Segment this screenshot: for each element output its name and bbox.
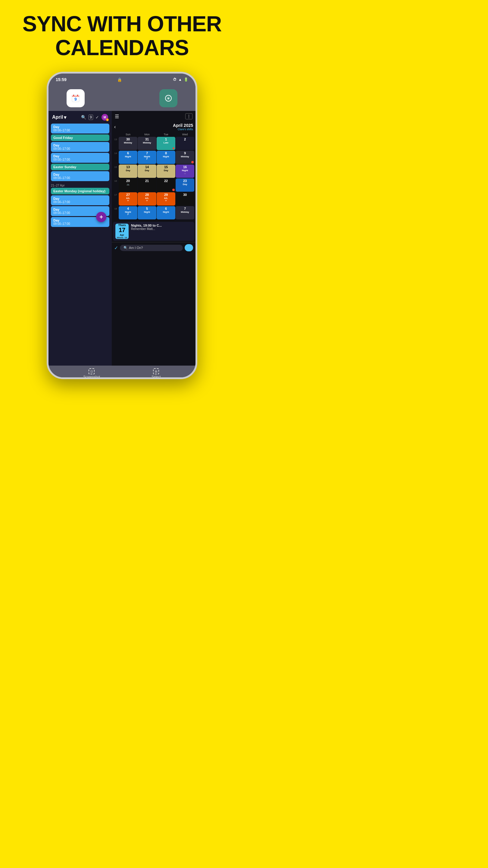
day-16[interactable]: 16 Night ... — [175, 164, 194, 178]
calendar-num-icon[interactable]: 9 — [89, 115, 93, 120]
events-list: Day 09:00–17:00 Good Friday Day 09:00–17… — [48, 122, 112, 366]
cal-grid: Sun Mon Tue Wed 13 30 Midday 31 — [112, 132, 195, 221]
prev-month-button[interactable]: ‹ — [114, 124, 116, 130]
today-section: Thurs 17 Apr Week: 16 Nights, 19:00 to C… — [113, 222, 194, 241]
day-7-may[interactable]: 7 Midday — [175, 206, 194, 219]
svg-text:9: 9 — [74, 97, 77, 101]
day-9[interactable]: 9 Midday — [175, 151, 194, 164]
shift-app-icon[interactable]: ✦ — [159, 89, 177, 107]
menu-icon[interactable]: ☰ — [115, 114, 119, 119]
search-bar[interactable]: 🔍 Am I On? — [120, 245, 183, 251]
event-day-5[interactable]: Day 09:00–17:00 — [51, 195, 109, 205]
day-1[interactable]: 1 Late — [157, 137, 175, 150]
cal-month-title: April 2025 — [173, 123, 193, 128]
phone: 15:59 🔒 ⏱ ▲ 🔋 9 — [47, 72, 197, 379]
check-icon[interactable]: ✓ — [114, 245, 118, 251]
day-6[interactable]: 6 Night — [119, 151, 137, 164]
week-row-18: 18 4 Night P 5 Night 6 Night — [113, 206, 194, 219]
status-bar: 15:59 🔒 ⏱ ▲ 🔋 — [48, 73, 195, 86]
right-panel: ☰ ⋮ ‹ April 2025 Clare's shifts — [112, 111, 195, 366]
check-task-icon[interactable]: ✓ — [96, 115, 99, 120]
battery-icon: 🔋 — [184, 78, 188, 82]
headline: SYNC WITH OTHER CALENDARS — [0, 0, 244, 66]
day-20[interactable]: 20 🚲 — [119, 179, 137, 192]
date-divider: 21–27 Apr — [51, 182, 109, 188]
search-icon[interactable]: 🔍 — [81, 115, 86, 120]
headline-line2: CALENDARS — [9, 36, 235, 60]
dow-header: Sun Mon Tue Wed — [113, 133, 194, 136]
cal-subtitle: Clare's shifts — [173, 128, 193, 131]
split-screen: April ▾ 🔍 9 ✓ M Day 09:00–17:00 — [48, 111, 195, 366]
event-easter-monday[interactable]: Easter Monday (regional holiday) — [51, 188, 109, 194]
day-2[interactable]: 2 — [175, 137, 194, 150]
week-row-14: 14 6 Night 7 Night P 8 Night — [113, 151, 194, 164]
day-8[interactable]: 8 Night — [157, 151, 175, 164]
day-13[interactable]: 13 Day — [119, 164, 137, 178]
phone-wrapper: 15:59 🔒 ⏱ ▲ 🔋 9 — [0, 72, 244, 379]
day-15[interactable]: 15 Day — [157, 164, 175, 178]
svg-rect-5 — [77, 95, 78, 96]
week-row-16: 16 20 🚲 21 22 23 — [113, 179, 194, 192]
day-31[interactable]: 31 Midday — [138, 137, 156, 150]
select-button[interactable]: ⊞ Select — [152, 368, 161, 378]
day-27[interactable]: 27 A/L ✈ — [119, 192, 137, 206]
left-header: April ▾ 🔍 9 ✓ M — [48, 111, 112, 122]
day-28[interactable]: 28 A/L ✈ — [138, 192, 156, 206]
today-info: Nights, 19:00 to C... Remember Matt... — [131, 224, 162, 230]
event-day-2[interactable]: Day 09:00–17:00 — [51, 142, 109, 152]
blue-action-button[interactable] — [185, 244, 193, 251]
headline-line1: SYNC WITH OTHER — [9, 12, 235, 36]
left-header-icons: 🔍 9 ✓ M — [81, 114, 108, 121]
event-easter-sunday[interactable]: Easter Sunday — [51, 164, 109, 170]
wifi-icon: ▲ — [178, 78, 182, 82]
status-icons: ⏱ ▲ 🔋 — [173, 78, 188, 82]
day-21[interactable]: 21 — [138, 179, 156, 192]
event-day-3[interactable]: Day 09:00–17:00 — [51, 153, 109, 163]
day-4-may[interactable]: 4 Night P — [119, 206, 137, 219]
cal-title-section: April 2025 Clare's shifts — [173, 123, 193, 131]
right-header: ☰ ⋮ — [112, 111, 195, 122]
screenshot-button[interactable]: ⊡ Screenshot — [83, 368, 100, 378]
day-5-may[interactable]: 5 Night — [138, 206, 156, 219]
calendar-nav: ‹ April 2025 Clare's shifts — [112, 122, 195, 132]
day-14[interactable]: 14 Day — [138, 164, 156, 178]
status-time: 15:59 — [56, 77, 67, 82]
week-row-17: 17 27 A/L ✈ 28 A/L ✈ 29 — [113, 192, 194, 206]
phone-chrome-bottom: ⊡ Screenshot ⊞ Select — [48, 366, 195, 379]
search-icon-small: 🔍 — [124, 246, 128, 250]
day-23[interactable]: 23 Day — [175, 179, 194, 192]
svg-rect-4 — [73, 95, 74, 96]
app-icons-row: 9 ✦ — [48, 86, 195, 111]
week-row-15: 15 13 Day 14 Day 15 Day — [113, 164, 194, 178]
day-22[interactable]: 22 — [157, 179, 175, 192]
google-calendar-icon[interactable]: 9 — [67, 89, 85, 107]
day-30b[interactable]: 30 — [175, 192, 194, 206]
today-date-box: Thurs 17 Apr Week: 16 — [116, 224, 129, 239]
bottom-bar: ✓ 🔍 Am I On? — [112, 242, 195, 253]
month-title: April ▾ — [52, 115, 66, 120]
svg-text:✦: ✦ — [167, 97, 170, 100]
avatar[interactable]: M — [101, 114, 108, 121]
day-30[interactable]: 30 Midday — [119, 137, 137, 150]
left-panel: April ▾ 🔍 9 ✓ M Day 09:00–17:00 — [48, 111, 112, 366]
day-29[interactable]: 29 A/L ✈ — [157, 192, 175, 206]
lock-icon: 🔒 — [117, 78, 122, 82]
event-day-7[interactable]: Day 09:00–17:00 + — [51, 217, 109, 227]
timer-icon: ⏱ — [173, 78, 176, 82]
week-row-13: 13 30 Midday 31 Midday 1 Late — [113, 137, 194, 150]
event-good-friday[interactable]: Good Friday — [51, 134, 109, 141]
more-icon[interactable]: ⋮ — [185, 113, 193, 119]
day-7[interactable]: 7 Night P — [138, 151, 156, 164]
event-day-1[interactable]: Day 09:00–17:00 — [51, 124, 109, 133]
svg-rect-2 — [72, 96, 79, 96]
day-6-may[interactable]: 6 Night — [157, 206, 175, 219]
event-day-4[interactable]: Day 09:00–17:00 — [51, 171, 109, 181]
search-placeholder: Am I On? — [129, 246, 143, 250]
